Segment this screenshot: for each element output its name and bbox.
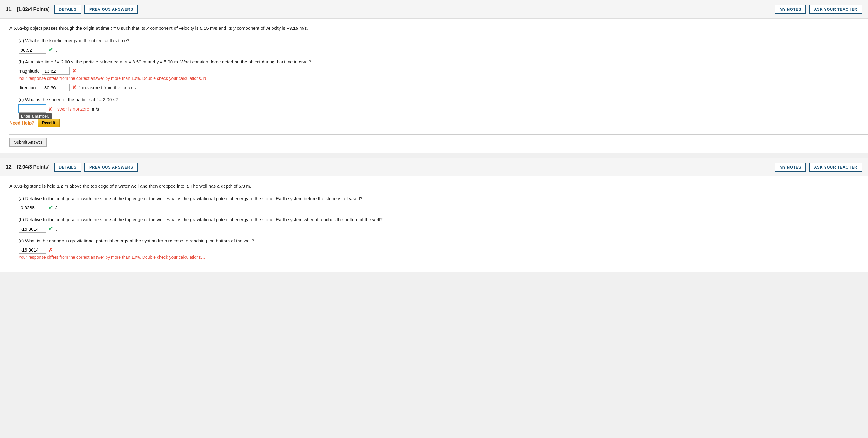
q11-part-b: (b) At a later time t = 2.00 s, the part… <box>9 59 859 92</box>
q11-partc-tooltip-text: Enter a number. <box>19 113 52 119</box>
q12-partc-error-text: Your response differs from the correct a… <box>19 255 202 260</box>
q12-parta-input[interactable] <box>19 204 46 211</box>
q11-t-var: t <box>111 26 112 31</box>
q11-prev-answers-button[interactable]: PREVIOUS ANSWERS <box>84 5 138 14</box>
q12-header-right: MY NOTES ASK YOUR TEACHER <box>775 163 862 172</box>
q12-prev-answers-button[interactable]: PREVIOUS ANSWERS <box>84 163 138 172</box>
q12-details-button[interactable]: DETAILS <box>54 163 81 172</box>
q11-vy: −3.15 <box>286 26 298 31</box>
q12-points: [2.04/3 Points] <box>17 164 50 170</box>
q11-magnitude-x-icon: ✗ <box>72 68 76 75</box>
q11-magnitude-label: magnitude <box>19 68 40 74</box>
q12-parta-unit: J <box>55 205 58 210</box>
q11-partc-x-icon: ✗ <box>48 106 53 113</box>
q12-my-notes-button[interactable]: MY NOTES <box>775 163 806 172</box>
q11-parta-check-icon: ✔ <box>48 47 53 53</box>
q11-direction-label: direction <box>19 85 40 90</box>
q12-body: A 0.31-kg stone is held 1.2 m above the … <box>0 176 868 272</box>
q11-submit-button[interactable]: Submit Answer <box>9 138 47 147</box>
question-12: 12. [2.04/3 Points] DETAILS PREVIOUS ANS… <box>0 158 868 272</box>
q11-magnitude-error: Your response differs from the correct a… <box>19 76 859 81</box>
q11-my-notes-button[interactable]: MY NOTES <box>775 5 806 14</box>
q12-partb-input[interactable] <box>19 225 46 233</box>
q12-partc-error: Your response differs from the correct a… <box>19 255 859 260</box>
q11-partc-error-text: swer is not zero. <box>57 106 90 112</box>
q11-direction-input[interactable] <box>42 84 69 91</box>
q11-need-help-label: Need Help? <box>9 120 35 125</box>
q11-details-button[interactable]: DETAILS <box>54 5 81 14</box>
q12-part-b: (b) Relative to the configuration with t… <box>9 216 859 233</box>
q11-parta-unit: J <box>55 48 58 53</box>
q12-partc-input[interactable] <box>19 246 46 254</box>
q11-parta-answer-row: ✔ J <box>19 46 859 54</box>
q12-partb-answer-row: ✔ J <box>19 225 859 233</box>
q12-partc-x-icon: ✗ <box>48 246 53 253</box>
q12-parta-check-icon: ✔ <box>48 204 53 211</box>
q11-magnitude-error-text: Your response differs from the correct a… <box>19 76 202 81</box>
q12-mass: 0.31 <box>13 183 22 188</box>
q12-problem-statement: A 0.31-kg stone is held 1.2 m above the … <box>9 182 859 190</box>
q12-depth: 5.3 <box>239 183 245 188</box>
q11-part-a: (a) What is the kinetic energy of the ob… <box>9 37 859 54</box>
q12-parta-answer-row: ✔ J <box>19 204 859 211</box>
q11-partc-unit: m/s <box>92 106 99 112</box>
q11-direction-unit: ° measured from the +x axis <box>79 85 136 90</box>
q11-ask-teacher-button[interactable]: ASK YOUR TEACHER <box>809 5 862 14</box>
question-11-header: 11. [1.02/4 Points] DETAILS PREVIOUS ANS… <box>0 0 868 19</box>
q12-parta-label: (a) Relative to the configuration with t… <box>19 195 859 202</box>
q12-height: 1.2 <box>57 183 63 188</box>
q11-partc-input[interactable] <box>19 105 46 113</box>
q11-submit-area: Submit Answer <box>0 135 868 153</box>
q12-partc-label: (c) What is the change in gravitational … <box>19 237 859 244</box>
q11-need-help: Need Help? Read It <box>9 119 859 127</box>
q11-partb-label: (b) At a later time t = 2.00 s, the part… <box>19 59 859 66</box>
question-11: 11. [1.02/4 Points] DETAILS PREVIOUS ANS… <box>0 0 868 153</box>
q12-partb-label: (b) Relative to the configuration with t… <box>19 216 859 223</box>
q11-direction-x-icon: ✗ <box>72 84 76 91</box>
q11-body: A 5.52-kg object passes through the orig… <box>0 19 868 134</box>
q11-magnitude-unit: N <box>203 76 206 81</box>
q11-partc-label: (c) What is the speed of the particle at… <box>19 96 859 103</box>
q11-partb-direction-row: direction ✗ ° measured from the +x axis <box>19 84 859 91</box>
q12-partc-unit: J <box>203 255 206 260</box>
q11-magnitude-input[interactable] <box>42 67 69 75</box>
q11-points: [1.02/4 Points] <box>17 7 50 12</box>
q12-ask-teacher-button[interactable]: ASK YOUR TEACHER <box>809 163 862 172</box>
q11-partc-tooltip-wrapper: ✗ Enter a number. <box>19 105 46 113</box>
q11-read-it-button[interactable]: Read It <box>38 119 60 127</box>
q12-part-a: (a) Relative to the configuration with t… <box>9 195 859 212</box>
q11-parta-input[interactable] <box>19 46 46 54</box>
q11-problem-statement: A 5.52-kg object passes through the orig… <box>9 25 859 32</box>
q11-partc-error-inline: swer is not zero. m/s <box>57 106 99 112</box>
q11-part-c: (c) What is the speed of the particle at… <box>9 96 859 113</box>
q12-partb-check-icon: ✔ <box>48 225 53 232</box>
q11-vx: 5.15 <box>200 26 209 31</box>
q11-partb-magnitude-row: magnitude ✗ <box>19 67 859 75</box>
q11-parta-label: (a) What is the kinetic energy of the ob… <box>19 37 859 45</box>
q12-number: 12. <box>6 164 12 170</box>
question-12-header: 12. [2.04/3 Points] DETAILS PREVIOUS ANS… <box>0 158 868 176</box>
q12-partc-answer-row: ✗ <box>19 246 859 254</box>
q11-x-var: x <box>147 26 149 31</box>
q11-y-var: y <box>234 26 236 31</box>
q12-part-c: (c) What is the change in gravitational … <box>9 237 859 260</box>
q11-header-right: MY NOTES ASK YOUR TEACHER <box>775 5 862 14</box>
q11-number: 11. <box>6 7 12 12</box>
q11-partc-tooltip: Enter a number. <box>19 113 52 118</box>
q12-partb-unit: J <box>55 226 58 231</box>
q11-mass: 5.52 <box>13 26 22 31</box>
q11-partc-answer-row: ✗ Enter a number. swer is not zero. m/s <box>19 105 859 113</box>
